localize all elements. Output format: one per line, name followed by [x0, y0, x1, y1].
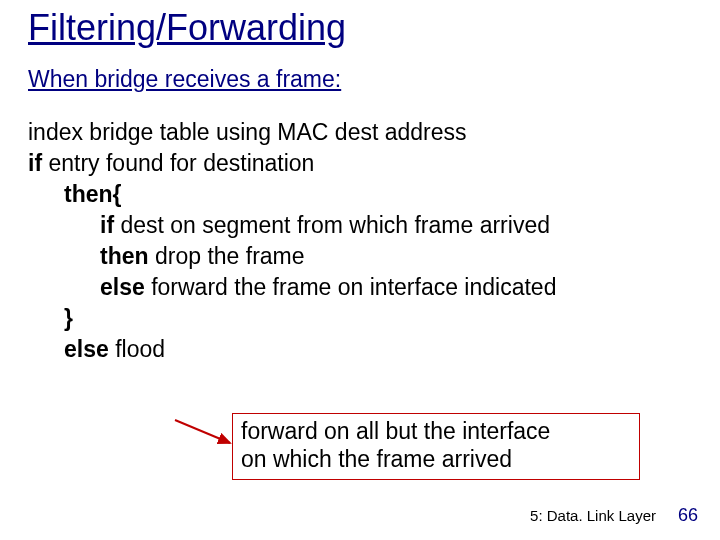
- page-title: Filtering/Forwarding: [28, 8, 692, 48]
- keyword-brace: }: [64, 305, 73, 331]
- keyword-then: then{: [64, 181, 122, 207]
- code-text: forward the frame on interface indicated: [145, 274, 557, 300]
- keyword-else: else: [100, 274, 145, 300]
- callout-box: forward on all but the interface on whic…: [232, 413, 640, 480]
- keyword-if: if: [28, 150, 42, 176]
- slide: Filtering/Forwarding When bridge receive…: [0, 0, 720, 540]
- pseudocode-block: index bridge table using MAC dest addres…: [28, 117, 692, 365]
- code-text: entry found for destination: [42, 150, 314, 176]
- subtitle: When bridge receives a frame:: [28, 66, 692, 93]
- code-text: drop the frame: [149, 243, 305, 269]
- code-line: else flood: [64, 334, 692, 365]
- code-line: index bridge table using MAC dest addres…: [28, 117, 692, 148]
- code-line: if dest on segment from which frame arri…: [100, 210, 692, 241]
- code-line: if entry found for destination: [28, 148, 692, 179]
- page-number: 66: [678, 505, 698, 526]
- code-line: then drop the frame: [100, 241, 692, 272]
- keyword-if: if: [100, 212, 114, 238]
- callout-line: on which the frame arrived: [241, 446, 631, 474]
- keyword-else: else: [64, 336, 109, 362]
- svg-line-0: [175, 420, 230, 443]
- code-text: dest on segment from which frame arrived: [114, 212, 550, 238]
- code-text: flood: [109, 336, 165, 362]
- callout-line: forward on all but the interface: [241, 418, 631, 446]
- code-line: }: [64, 303, 692, 334]
- footer-chapter: 5: Data. Link Layer: [530, 507, 656, 524]
- code-line: else forward the frame on interface indi…: [100, 272, 692, 303]
- code-line: then{: [64, 179, 692, 210]
- keyword-then: then: [100, 243, 149, 269]
- footer: 5: Data. Link Layer 66: [530, 505, 698, 526]
